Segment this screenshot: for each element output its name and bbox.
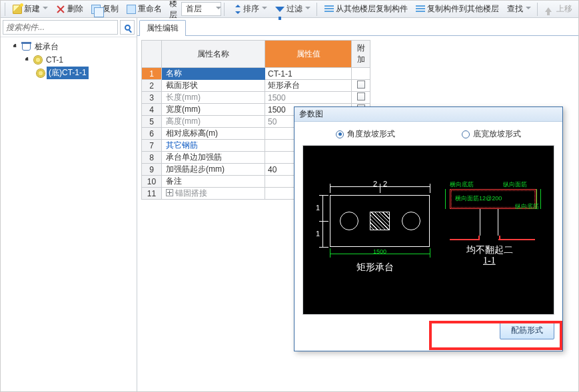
checkbox-icon[interactable]	[357, 81, 365, 89]
tree-root[interactable]: 桩承台	[2, 40, 135, 54]
copy-from-button[interactable]: 从其他楼层复制构件	[321, 1, 411, 17]
radio-angle-slope[interactable]: 角度放坡形式	[336, 128, 395, 140]
rename-icon	[127, 5, 136, 14]
expand-icon[interactable]	[166, 189, 173, 196]
value-cell[interactable]: CT-1-1	[265, 68, 352, 80]
find-button[interactable]: 查找	[504, 1, 534, 17]
filter-icon	[275, 7, 285, 12]
gear-icon	[37, 69, 45, 77]
layers-icon	[416, 5, 425, 13]
radio-icon	[462, 130, 470, 138]
value-cell[interactable]: 1500	[265, 92, 352, 104]
tree-child-ct1-1[interactable]: (底)CT-1-1	[2, 66, 135, 80]
rename-button[interactable]: 重命名	[123, 1, 165, 17]
component-tree: 桩承台 CT-1 (底)CT-1-1	[1, 37, 137, 391]
table-row[interactable]: 3长度(mm)1500	[142, 92, 370, 104]
tree-child-ct1[interactable]: CT-1	[2, 54, 135, 66]
tab-bar: 属性编辑	[137, 18, 578, 36]
new-icon	[13, 5, 22, 14]
param-dialog: 参数图 角度放坡形式 底宽放坡形式	[294, 106, 563, 351]
layer-label: 楼层	[169, 0, 180, 21]
rebar-form-button[interactable]: 配筋形式	[500, 321, 554, 339]
col-header-extra: 附加	[352, 41, 370, 68]
col-header-value: 属性值	[265, 41, 352, 68]
extra-checkbox[interactable]	[352, 68, 370, 80]
radio-icon	[336, 130, 344, 138]
layer-select[interactable]: 首层	[181, 2, 221, 16]
chevron-down-icon	[216, 7, 221, 11]
chevron-down-icon	[262, 7, 267, 11]
chevron-down-icon	[43, 7, 48, 11]
sort-button[interactable]: 排序	[229, 1, 271, 17]
collapse-icon[interactable]	[25, 57, 32, 64]
collapse-icon[interactable]	[13, 43, 20, 51]
radio-bottom-slope[interactable]: 底宽放坡形式	[462, 128, 521, 140]
chevron-down-icon	[526, 7, 531, 11]
sort-icon	[232, 5, 241, 14]
dialog-title: 参数图	[294, 107, 562, 122]
new-button[interactable]: 新建	[9, 1, 51, 17]
extra-checkbox[interactable]	[352, 80, 370, 92]
table-row[interactable]: 2截面形状矩形承台	[142, 80, 370, 92]
gear-icon	[34, 56, 42, 64]
chevron-down-icon	[305, 7, 310, 11]
tab-properties[interactable]: 属性编辑	[139, 20, 186, 36]
value-cell[interactable]: 矩形承台	[265, 80, 352, 92]
search-icon	[125, 25, 131, 31]
main-toolbar: 新建 删除 复制 重命名 楼层 首层 排序 过滤	[1, 1, 578, 18]
search-input[interactable]	[3, 20, 118, 35]
filter-button[interactable]: 过滤	[272, 1, 314, 17]
layers-icon	[324, 5, 334, 13]
table-row[interactable]: 1名称CT-1-1	[142, 68, 370, 80]
col-header-name: 属性名称	[162, 41, 265, 68]
move-up-button: 上移	[542, 1, 576, 17]
search-button[interactable]	[120, 20, 135, 35]
cad-preview: 2 2 1 1 1500 矩形承台	[302, 145, 554, 315]
extra-checkbox[interactable]	[352, 92, 370, 104]
copy-icon	[91, 5, 101, 14]
checkbox-icon[interactable]	[357, 93, 365, 100]
delete-icon	[56, 5, 65, 14]
copy-button[interactable]: 复制	[88, 1, 122, 17]
pile-cap-icon	[22, 43, 31, 51]
left-panel: 桩承台 CT-1 (底)CT-1-1	[1, 18, 137, 391]
arrow-up-icon	[545, 7, 552, 12]
delete-button[interactable]: 删除	[53, 1, 87, 17]
copy-to-button[interactable]: 复制构件到其他楼层	[412, 1, 502, 17]
